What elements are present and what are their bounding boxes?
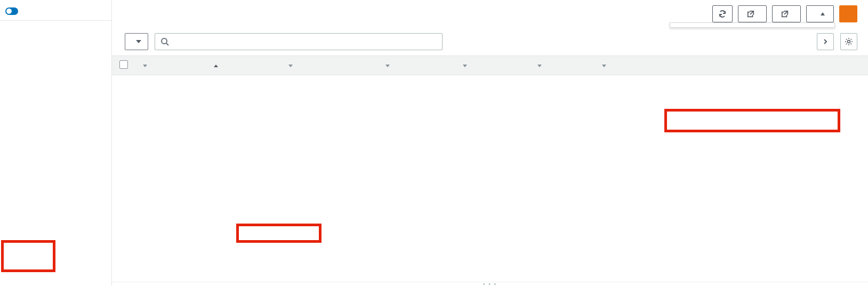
external-link-icon <box>747 10 754 18</box>
sidebar <box>0 0 112 286</box>
search-icon <box>160 37 169 46</box>
main-panel: • • • <box>112 0 868 286</box>
chevron-right-icon <box>822 38 829 45</box>
caret-down-icon <box>136 40 141 43</box>
next-page-button[interactable] <box>817 33 834 50</box>
highlight-images-amis <box>1 240 55 272</box>
actions-menu <box>670 22 835 28</box>
external-link-icon <box>781 10 789 18</box>
panel-splitter[interactable]: • • • <box>112 282 868 286</box>
actions-button[interactable] <box>806 5 834 22</box>
svg-point-0 <box>162 38 167 44</box>
ami-table <box>112 56 868 75</box>
ownership-filter[interactable] <box>125 33 148 50</box>
refresh-icon <box>718 10 727 18</box>
search-box[interactable] <box>155 33 443 50</box>
caret-up-icon <box>821 12 825 15</box>
launch-instance-button[interactable] <box>839 5 857 22</box>
new-experience-banner <box>0 4 111 21</box>
recycle-bin-button[interactable] <box>738 5 767 22</box>
refresh-button[interactable] <box>712 5 733 22</box>
search-input[interactable] <box>172 37 437 46</box>
ec2-image-builder-button[interactable] <box>772 5 801 22</box>
new-experience-toggle[interactable] <box>5 7 18 15</box>
settings-button[interactable] <box>840 33 857 50</box>
gear-icon <box>845 37 853 46</box>
select-all-checkbox[interactable] <box>119 60 128 69</box>
svg-point-1 <box>848 41 850 43</box>
